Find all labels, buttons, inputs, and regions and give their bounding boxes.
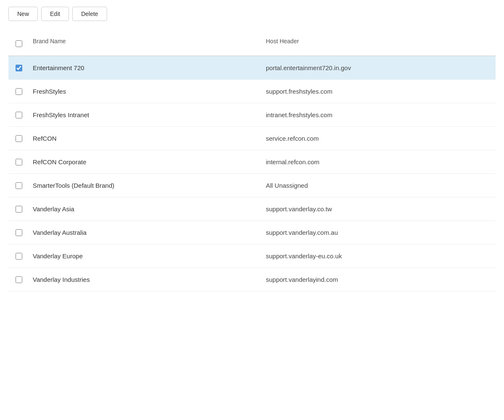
brand-name-cell: FreshStyles Intranet — [29, 107, 262, 123]
host-header-column-header: Host Header — [262, 36, 496, 51]
host-header-cell: service.refcon.com — [262, 131, 496, 146]
brand-name-cell: Vanderlay Asia — [29, 201, 262, 217]
row-checkbox-cell[interactable] — [8, 225, 29, 240]
row-checkbox[interactable] — [16, 88, 22, 95]
select-all-checkbox[interactable] — [16, 40, 22, 47]
table-row[interactable]: RefCON Corporateinternal.refcon.com — [8, 150, 496, 174]
table-body: Entertainment 720portal.entertainment720… — [8, 56, 496, 291]
toolbar: New Edit Delete — [0, 0, 504, 28]
delete-button[interactable]: Delete — [72, 7, 107, 21]
table-row[interactable]: Vanderlay Industriessupport.vanderlayind… — [8, 268, 496, 291]
table-header: Brand Name Host Header — [8, 32, 496, 56]
header-checkbox-cell[interactable] — [8, 36, 29, 51]
table-row[interactable]: FreshStyles Intranetintranet.freshstyles… — [8, 103, 496, 127]
brands-table: Brand Name Host Header Entertainment 720… — [8, 32, 496, 291]
table-row[interactable]: SmarterTools (Default Brand)All Unassign… — [8, 174, 496, 197]
row-checkbox[interactable] — [16, 159, 22, 165]
row-checkbox-cell[interactable] — [8, 131, 29, 146]
row-checkbox[interactable] — [16, 135, 22, 142]
brand-name-cell: RefCON Corporate — [29, 154, 262, 170]
row-checkbox-cell[interactable] — [8, 272, 29, 287]
row-checkbox[interactable] — [16, 253, 22, 260]
table-row[interactable]: Vanderlay Asiasupport.vanderlay.co.tw — [8, 197, 496, 221]
table-row[interactable]: RefCONservice.refcon.com — [8, 127, 496, 150]
table-row[interactable]: Entertainment 720portal.entertainment720… — [8, 56, 496, 80]
row-checkbox-cell[interactable] — [8, 202, 29, 217]
brand-name-cell: Vanderlay Europe — [29, 248, 262, 264]
row-checkbox-cell[interactable] — [8, 84, 29, 99]
row-checkbox[interactable] — [16, 206, 22, 213]
host-header-cell: support.vanderlayind.com — [262, 272, 496, 287]
host-header-cell: internal.refcon.com — [262, 154, 496, 170]
edit-button[interactable]: Edit — [41, 7, 69, 21]
brand-name-cell: SmarterTools (Default Brand) — [29, 178, 262, 193]
host-header-cell: intranet.freshstyles.com — [262, 107, 496, 123]
host-header-cell: support.freshstyles.com — [262, 84, 496, 99]
brand-name-cell: FreshStyles — [29, 84, 262, 99]
brand-name-cell: RefCON — [29, 131, 262, 146]
host-header-cell: support.vanderlay-eu.co.uk — [262, 248, 496, 264]
row-checkbox[interactable] — [16, 276, 22, 283]
brand-name-cell: Entertainment 720 — [29, 60, 262, 76]
row-checkbox-cell[interactable] — [8, 108, 29, 123]
row-checkbox-cell[interactable] — [8, 60, 29, 76]
row-checkbox[interactable] — [16, 182, 22, 189]
host-header-cell: support.vanderlay.com.au — [262, 225, 496, 240]
host-header-cell: All Unassigned — [262, 178, 496, 193]
host-header-cell: support.vanderlay.co.tw — [262, 201, 496, 217]
row-checkbox[interactable] — [16, 112, 22, 118]
table-row[interactable]: Vanderlay Australiasupport.vanderlay.com… — [8, 221, 496, 244]
table-row[interactable]: FreshStylessupport.freshstyles.com — [8, 80, 496, 103]
row-checkbox-cell[interactable] — [8, 249, 29, 264]
row-checkbox-cell[interactable] — [8, 178, 29, 193]
brand-name-cell: Vanderlay Australia — [29, 225, 262, 240]
row-checkbox[interactable] — [16, 229, 22, 236]
new-button[interactable]: New — [8, 7, 38, 21]
host-header-cell: portal.entertainment720.in.gov — [262, 60, 496, 76]
row-checkbox[interactable] — [16, 65, 22, 71]
brand-name-cell: Vanderlay Industries — [29, 272, 262, 287]
brand-name-column-header: Brand Name — [29, 36, 262, 51]
table-row[interactable]: Vanderlay Europesupport.vanderlay-eu.co.… — [8, 244, 496, 268]
row-checkbox-cell[interactable] — [8, 155, 29, 170]
